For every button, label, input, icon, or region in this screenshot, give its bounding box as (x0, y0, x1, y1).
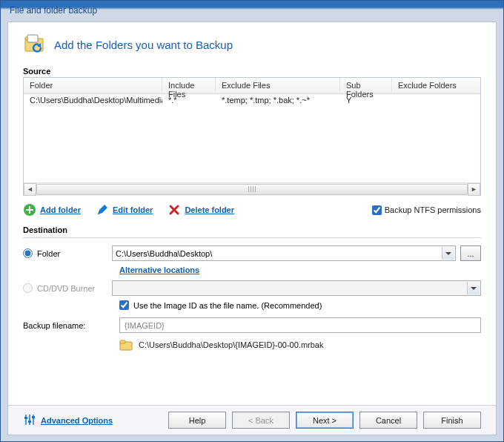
svg-rect-11 (24, 417, 27, 419)
col-include[interactable]: Include Files (162, 78, 216, 93)
delete-folder-button[interactable]: Delete folder (168, 203, 234, 217)
cell-include: *.* (162, 94, 216, 108)
folder-path-value: C:\Users\Buddha\Desktop\ (116, 249, 212, 258)
page-heading: Add the Folders you want to Backup (54, 39, 233, 51)
edit-folder-label: Edit folder (113, 205, 153, 214)
sliders-icon (23, 413, 36, 428)
add-folder-button[interactable]: Add folder (23, 203, 81, 217)
svg-rect-13 (32, 416, 35, 418)
cd-dvd-combo (112, 280, 481, 296)
col-subfolders[interactable]: Sub Folders (340, 78, 392, 93)
col-exclude-folders[interactable]: Exclude Folders (392, 78, 480, 93)
folder-radio[interactable]: Folder (23, 248, 105, 258)
result-path-row: C:\Users\Buddha\Desktop\{IMAGEID}-00-00.… (119, 339, 481, 351)
pencil-icon (96, 203, 109, 217)
divider (23, 237, 481, 238)
svg-rect-7 (120, 340, 125, 343)
ntfs-checkbox-label: Backup NTFS permissions (385, 205, 481, 214)
folder-backup-icon (23, 33, 47, 56)
delete-x-icon (168, 203, 181, 217)
alternative-locations-link[interactable]: Alternative locations (119, 265, 199, 274)
backup-filename-label: Backup filename: (23, 321, 119, 330)
client-area: Add the Folders you want to Backup Sourc… (7, 22, 497, 435)
chevron-down-icon[interactable] (442, 247, 454, 260)
cd-dvd-radio-input[interactable] (23, 283, 33, 293)
cell-subfolders: Y (340, 94, 392, 108)
use-imageid-checkbox[interactable]: Use the Image ID as the file name. (Reco… (119, 300, 322, 310)
edit-folder-button[interactable]: Edit folder (96, 203, 153, 217)
browse-button[interactable]: ... (460, 245, 481, 261)
advanced-options-label: Advanced Options (41, 416, 113, 425)
scroll-right-icon[interactable]: ► (468, 183, 480, 196)
folder-radio-label: Folder (37, 249, 60, 258)
table-body: C:\Users\Buddha\Desktop\Multimedia\ *.* … (24, 94, 480, 108)
source-label: Source (8, 64, 496, 77)
chevron-down-icon (467, 282, 480, 294)
svg-rect-2 (27, 35, 38, 42)
backup-ntfs-checkbox[interactable]: Backup NTFS permissions (372, 205, 481, 215)
folder-path-combo[interactable]: C:\Users\Buddha\Desktop\ (112, 245, 456, 261)
horizontal-scrollbar[interactable]: ◄ ► (24, 182, 480, 195)
backup-filename-input[interactable] (119, 317, 481, 333)
help-button[interactable]: Help (168, 412, 226, 429)
destination-label: Destination (8, 222, 496, 236)
table-header: Folder Include Files Exclude Files Sub F… (24, 78, 480, 94)
svg-rect-12 (28, 420, 31, 423)
header: Add the Folders you want to Backup (8, 22, 496, 64)
advanced-options-link[interactable]: Advanced Options (23, 413, 113, 428)
next-button[interactable]: Next > (296, 412, 354, 429)
result-path-text: C:\Users\Buddha\Desktop\{IMAGEID}-00-00.… (139, 340, 323, 349)
scroll-left-icon[interactable]: ◄ (24, 183, 36, 196)
col-folder[interactable]: Folder (24, 78, 162, 93)
cell-exclude-folders (392, 94, 480, 108)
col-exclude[interactable]: Exclude Files (216, 78, 340, 93)
source-actions: Add folder Edit folder Delete folder Bac… (23, 203, 481, 217)
window: File and folder backup Add the Folders y… (0, 0, 504, 442)
cell-folder: C:\Users\Buddha\Desktop\Multimedia\ (24, 94, 162, 108)
plus-icon (23, 203, 36, 217)
back-button: < Back (232, 412, 290, 429)
svg-rect-5 (26, 209, 33, 211)
source-table: Folder Include Files Exclude Files Sub F… (23, 77, 481, 196)
add-folder-label: Add folder (40, 205, 81, 214)
window-title: File and folder backup (1, 1, 503, 22)
ntfs-checkbox-input[interactable] (372, 205, 382, 215)
use-imageid-label: Use the Image ID as the file name. (Reco… (133, 301, 322, 310)
finish-button[interactable]: Finish (423, 412, 481, 429)
scroll-track[interactable] (36, 183, 468, 196)
cd-dvd-radio-label: CD/DVD Burner (37, 284, 95, 293)
cd-dvd-radio[interactable]: CD/DVD Burner (23, 283, 105, 293)
delete-folder-label: Delete folder (185, 205, 234, 214)
scroll-thumb[interactable] (36, 184, 468, 195)
footer: Advanced Options Help < Back Next > Canc… (8, 405, 496, 435)
folder-icon (119, 339, 133, 351)
use-imageid-input[interactable] (119, 300, 129, 310)
folder-radio-input[interactable] (23, 248, 33, 258)
cell-exclude: *.temp; *.tmp; *.bak; *.~* (216, 94, 340, 108)
destination-body: Folder C:\Users\Buddha\Desktop\ ... Alte… (8, 240, 496, 351)
cancel-button[interactable]: Cancel (359, 412, 417, 429)
table-row[interactable]: C:\Users\Buddha\Desktop\Multimedia\ *.* … (24, 94, 480, 108)
